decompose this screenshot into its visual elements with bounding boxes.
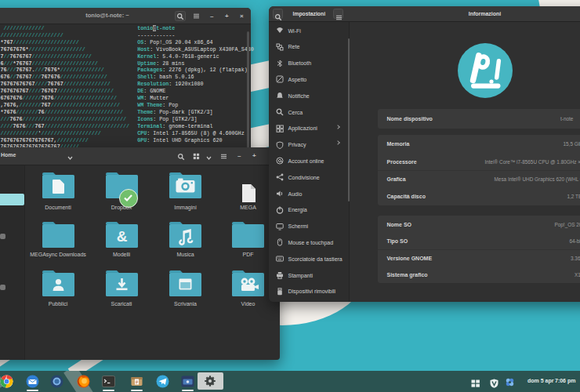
svg-text:&: & [116,228,127,245]
